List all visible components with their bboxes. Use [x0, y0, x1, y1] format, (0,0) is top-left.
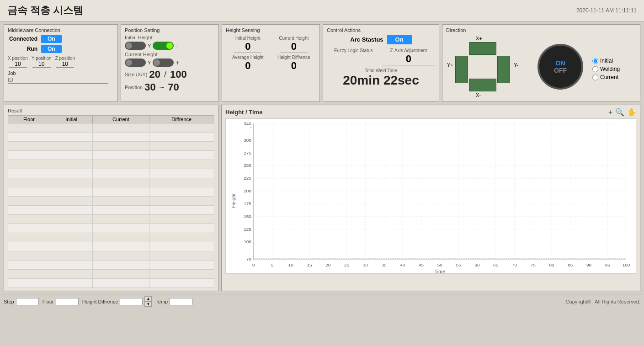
title-bar: 금속 적층 시스템 2020-11-11 AM 11:11:11	[0, 0, 644, 21]
yplus-button[interactable]	[455, 56, 468, 83]
svg-text:225: 225	[244, 176, 251, 181]
average-height-item: Average Height 0	[226, 55, 270, 72]
direction-panel: Direction X+ Y+ Y- X-	[442, 24, 640, 102]
table-cell	[8, 215, 50, 224]
radio-initial-label: Initial	[600, 58, 613, 64]
chart-zoom-btn[interactable]: 🔍	[615, 108, 624, 117]
svg-text:300: 300	[244, 138, 251, 143]
current-height-value: 0	[280, 41, 308, 53]
current-height-knob	[126, 59, 132, 66]
svg-text:Time: Time	[434, 269, 445, 274]
table-row	[8, 224, 214, 233]
table-cell	[50, 133, 93, 142]
current-height-toggle[interactable]	[125, 59, 146, 67]
table-cell	[93, 251, 149, 261]
height-diff-input[interactable]: 0	[120, 298, 143, 305]
table-cell	[93, 123, 149, 133]
table-row	[8, 251, 214, 261]
step-label: Step	[4, 299, 14, 304]
connected-toggle[interactable]: On	[41, 35, 62, 43]
chart-header: Height / Time + 🔍 ✋	[225, 108, 636, 117]
table-row	[8, 160, 214, 169]
table-row	[8, 215, 214, 224]
copyright-text: Copyright©	[566, 299, 591, 304]
radio-welding-label: Welding	[600, 66, 620, 72]
current-height-row: Y +	[125, 59, 215, 67]
table-cell	[8, 206, 50, 215]
z-position-label: Z position	[55, 56, 75, 61]
table-cell	[149, 279, 214, 288]
table-cell	[50, 142, 93, 151]
footer: Step Floor 0 Height Diffrence 0 ▲ ▼ Temp…	[0, 294, 644, 309]
step-input[interactable]	[16, 298, 39, 305]
table-cell	[149, 215, 214, 224]
table-cell	[93, 279, 149, 288]
table-cell	[93, 160, 149, 169]
radio-welding[interactable]: Welding	[592, 66, 620, 72]
zaxis-value: 0	[382, 53, 436, 65]
height-diff-down[interactable]: ▼	[144, 302, 152, 307]
svg-text:100: 100	[244, 239, 251, 244]
current-y-label: Y	[148, 60, 151, 65]
table-cell	[8, 187, 50, 197]
radio-current[interactable]: Current	[592, 74, 620, 80]
onoff-dial[interactable]: ON OFF	[538, 44, 583, 90]
run-toggle[interactable]: On	[41, 45, 62, 53]
table-cell	[149, 133, 214, 142]
initial-height-toggle[interactable]	[125, 42, 146, 50]
chart-panel: Height / Time + 🔍 ✋ Height	[221, 105, 640, 291]
svg-text:5: 5	[271, 262, 274, 267]
current-height-toggle2[interactable]	[153, 59, 174, 67]
table-cell	[50, 233, 93, 242]
fuzzy-status-item: Fuzzy Logic Status	[327, 48, 380, 65]
table-row	[8, 197, 214, 206]
control-panel-title: Control Actions	[327, 27, 435, 33]
radio-welding-input[interactable]	[592, 66, 598, 72]
initial-height-label: Initial Height	[235, 36, 261, 41]
svg-text:15: 15	[307, 262, 313, 267]
yminus-button[interactable]	[497, 56, 510, 83]
on-label: ON	[556, 59, 565, 67]
svg-text:20: 20	[325, 262, 331, 267]
radio-initial-input[interactable]	[592, 58, 598, 64]
x-position-item: X position 10	[8, 56, 28, 68]
table-cell	[8, 251, 50, 261]
fuzzy-label: Fuzzy Logic Status	[327, 48, 380, 53]
initial-height-toggle2[interactable]	[153, 42, 174, 50]
job-input[interactable]	[8, 77, 108, 84]
table-cell	[93, 233, 149, 242]
svg-text:175: 175	[244, 201, 251, 206]
table-cell	[93, 169, 149, 178]
table-cell	[50, 169, 93, 178]
svg-text:60: 60	[474, 262, 480, 267]
table-cell	[8, 123, 50, 133]
floor-input[interactable]: 0	[56, 298, 79, 305]
xplus-button[interactable]	[469, 42, 496, 55]
initial-height-value: 0	[234, 41, 261, 53]
svg-text:80: 80	[549, 262, 554, 267]
table-cell	[149, 123, 214, 133]
col-initial: Initial	[50, 116, 93, 123]
radio-current-input[interactable]	[592, 75, 598, 80]
arc-status-btn[interactable]: On	[387, 35, 412, 44]
position-from: 30	[144, 81, 155, 93]
datetime: 2020-11-11 AM 11:11:11	[576, 7, 637, 14]
initial-dash: -	[176, 42, 178, 49]
temp-input[interactable]: 0	[170, 298, 192, 305]
rights-text: . All Rights Reserved.	[592, 299, 640, 304]
radio-initial[interactable]: Initial	[592, 58, 620, 64]
control-grid: Fuzzy Logic Status Z-Axis Adjustment 0	[327, 48, 435, 65]
table-cell	[93, 206, 149, 215]
table-row	[8, 169, 214, 178]
run-label: Run	[8, 46, 37, 52]
table-cell	[149, 270, 214, 279]
direction-grid: X+ Y+ Y- X-	[446, 35, 519, 99]
chart-pan-btn[interactable]: ✋	[627, 108, 636, 117]
xminus-button[interactable]	[469, 79, 496, 91]
z-position-item: Z position 10	[55, 56, 75, 68]
chart-add-btn[interactable]: +	[608, 108, 612, 117]
chart-container: Height 340 - 300	[225, 118, 636, 275]
main-content: Middleware Connection Connected On Run O…	[0, 21, 644, 294]
height-diff-up[interactable]: ▲	[144, 296, 152, 302]
table-row	[8, 206, 214, 215]
